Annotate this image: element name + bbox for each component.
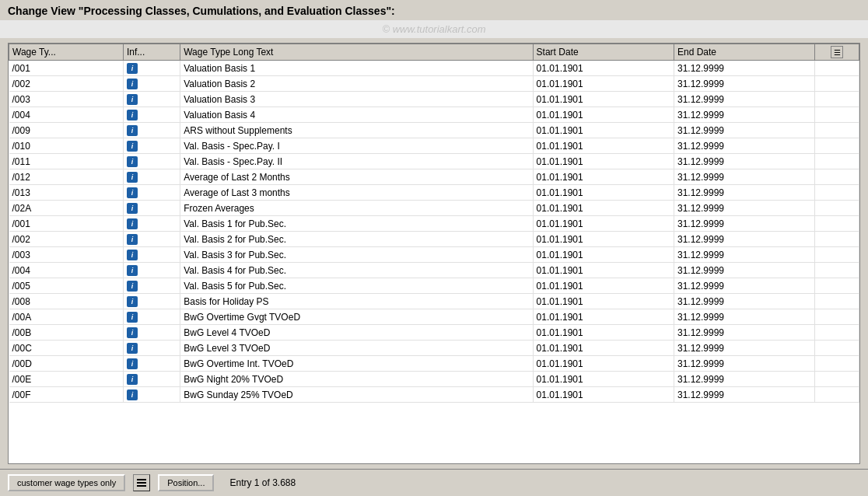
cell-wagety: /004 [9, 263, 124, 278]
info-icon[interactable]: i [127, 94, 138, 105]
info-icon[interactable]: i [127, 296, 138, 307]
cell-enddate: 31.12.9999 [674, 294, 814, 309]
table-settings-icon[interactable]: ☰ [831, 46, 843, 58]
table-row[interactable]: /013iAverage of Last 3 months01.01.19013… [9, 185, 859, 201]
info-icon[interactable]: i [127, 374, 138, 385]
cell-inf[interactable]: i [123, 278, 180, 294]
cell-settings [815, 185, 859, 201]
cell-enddate: 31.12.9999 [674, 232, 814, 247]
cell-startdate: 01.01.1901 [533, 123, 674, 138]
table-row[interactable]: /00CiBwG Level 3 TVOeD01.01.190131.12.99… [9, 341, 859, 356]
cell-inf[interactable]: i [123, 185, 180, 201]
table-row[interactable]: /003iValuation Basis 301.01.190131.12.99… [9, 92, 859, 107]
table-row[interactable]: /005iVal. Basis 5 for Pub.Sec.01.01.1901… [9, 278, 859, 294]
info-icon[interactable]: i [127, 327, 138, 338]
cell-inf[interactable]: i [123, 325, 180, 341]
cell-inf[interactable]: i [123, 154, 180, 169]
info-icon[interactable]: i [127, 125, 138, 136]
table-row[interactable]: /010iVal. Basis - Spec.Pay. I01.01.19013… [9, 138, 859, 154]
customer-wage-types-button[interactable]: customer wage types only [8, 474, 125, 491]
cell-settings [815, 325, 859, 341]
info-icon[interactable]: i [127, 79, 138, 89]
cell-wagety: /013 [9, 185, 124, 201]
watermark-text: © www.tutorialkart.com [382, 23, 485, 35]
col-header-inf: Inf... [123, 44, 180, 61]
info-icon[interactable]: i [127, 234, 138, 245]
info-icon[interactable]: i [127, 312, 138, 323]
table-row[interactable]: /02AiFrozen Averages01.01.190131.12.9999 [9, 201, 859, 216]
cell-inf[interactable]: i [123, 92, 180, 107]
table-row[interactable]: /004iVal. Basis 4 for Pub.Sec.01.01.1901… [9, 263, 859, 278]
table-row[interactable]: /002iVal. Basis 2 for Pub.Sec.01.01.1901… [9, 232, 859, 247]
cell-inf[interactable]: i [123, 169, 180, 185]
table-row[interactable]: /00DiBwG Overtime Int. TVOeD01.01.190131… [9, 356, 859, 372]
info-icon[interactable]: i [127, 172, 138, 183]
cell-startdate: 01.01.1901 [533, 372, 674, 387]
info-icon[interactable]: i [127, 389, 138, 400]
col-header-settings[interactable]: ☰ [815, 44, 859, 61]
cell-enddate: 31.12.9999 [674, 372, 814, 387]
info-icon[interactable]: i [127, 265, 138, 276]
table-row[interactable]: /001iVal. Basis 1 for Pub.Sec.01.01.1901… [9, 216, 859, 232]
col-header-startdate: Start Date [533, 44, 674, 61]
info-icon[interactable]: i [127, 343, 138, 354]
cell-enddate: 31.12.9999 [674, 263, 814, 278]
cell-wagety: /005 [9, 278, 124, 294]
cell-inf[interactable]: i [123, 341, 180, 356]
info-icon[interactable]: i [127, 203, 138, 214]
table-row[interactable]: /00FiBwG Sunday 25% TVOeD01.01.190131.12… [9, 387, 859, 403]
info-icon[interactable]: i [127, 110, 138, 121]
cell-inf[interactable]: i [123, 309, 180, 325]
position-button[interactable]: Position... [158, 474, 214, 491]
info-icon[interactable]: i [127, 218, 138, 229]
info-icon[interactable]: i [127, 63, 138, 74]
table-row[interactable]: /008iBasis for Holiday PS01.01.190131.12… [9, 294, 859, 309]
cell-inf[interactable]: i [123, 138, 180, 154]
cell-enddate: 31.12.9999 [674, 92, 814, 107]
info-icon[interactable]: i [127, 141, 138, 152]
cell-longtext: Val. Basis 2 for Pub.Sec. [180, 232, 533, 247]
table-row[interactable]: /004iValuation Basis 401.01.190131.12.99… [9, 107, 859, 123]
cell-enddate: 31.12.9999 [674, 216, 814, 232]
table-row[interactable]: /00BiBwG Level 4 TVOeD01.01.190131.12.99… [9, 325, 859, 341]
table-row[interactable]: /00EiBwG Night 20% TVOeD01.01.190131.12.… [9, 372, 859, 387]
table-row[interactable]: /001iValuation Basis 101.01.190131.12.99… [9, 61, 859, 76]
cell-settings [815, 263, 859, 278]
list-icon-button[interactable] [133, 474, 150, 491]
cell-startdate: 01.01.1901 [533, 154, 674, 169]
cell-inf[interactable]: i [123, 201, 180, 216]
table-row[interactable]: /003iVal. Basis 3 for Pub.Sec.01.01.1901… [9, 247, 859, 263]
cell-inf[interactable]: i [123, 216, 180, 232]
cell-inf[interactable]: i [123, 76, 180, 92]
cell-enddate: 31.12.9999 [674, 76, 814, 92]
table-row[interactable]: /009iARS without Supplements01.01.190131… [9, 123, 859, 138]
info-icon[interactable]: i [127, 156, 138, 167]
cell-inf[interactable]: i [123, 294, 180, 309]
cell-inf[interactable]: i [123, 387, 180, 403]
table-row[interactable]: /00AiBwG Overtime Gvgt TVOeD01.01.190131… [9, 309, 859, 325]
table-row[interactable]: /011iVal. Basis - Spec.Pay. II01.01.1901… [9, 154, 859, 169]
table-row[interactable]: /002iValuation Basis 201.01.190131.12.99… [9, 76, 859, 92]
cell-enddate: 31.12.9999 [674, 325, 814, 341]
cell-inf[interactable]: i [123, 356, 180, 372]
info-icon[interactable]: i [127, 281, 138, 292]
table-scroll-area[interactable]: Wage Ty... Inf... Wage Type Long Text St… [9, 44, 859, 463]
cell-wagety: /001 [9, 61, 124, 76]
info-icon[interactable]: i [127, 358, 138, 369]
cell-inf[interactable]: i [123, 107, 180, 123]
cell-inf[interactable]: i [123, 61, 180, 76]
page-title: Change View "Processing Classes, Cumulat… [8, 5, 395, 17]
cell-inf[interactable]: i [123, 263, 180, 278]
info-icon[interactable]: i [127, 187, 138, 198]
info-icon[interactable]: i [127, 250, 138, 260]
cell-settings [815, 107, 859, 123]
cell-longtext: Valuation Basis 1 [180, 61, 533, 76]
watermark-bar: © www.tutorialkart.com [0, 20, 868, 38]
cell-inf[interactable]: i [123, 372, 180, 387]
cell-inf[interactable]: i [123, 247, 180, 263]
cell-longtext: Valuation Basis 4 [180, 107, 533, 123]
cell-settings [815, 247, 859, 263]
table-row[interactable]: /012iAverage of Last 2 Months01.01.19013… [9, 169, 859, 185]
cell-inf[interactable]: i [123, 123, 180, 138]
cell-inf[interactable]: i [123, 232, 180, 247]
